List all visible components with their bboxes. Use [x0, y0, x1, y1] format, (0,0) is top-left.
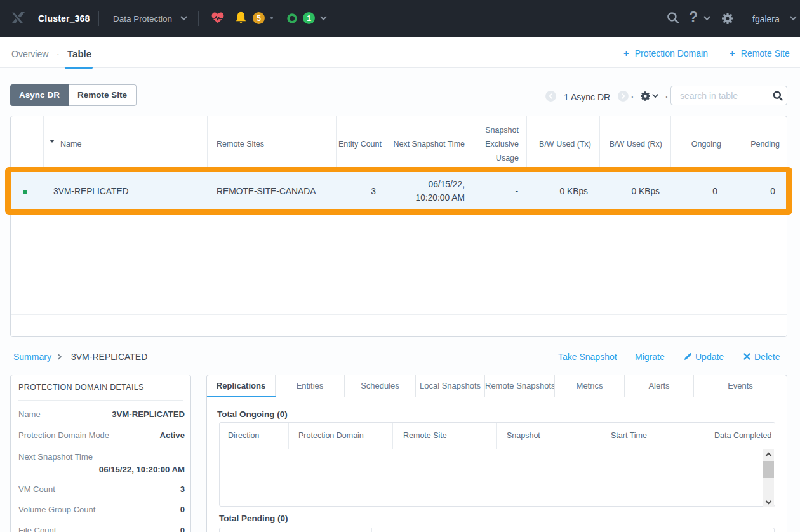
svg-text:5: 5 [257, 14, 261, 23]
svg-text:1: 1 [307, 14, 311, 23]
